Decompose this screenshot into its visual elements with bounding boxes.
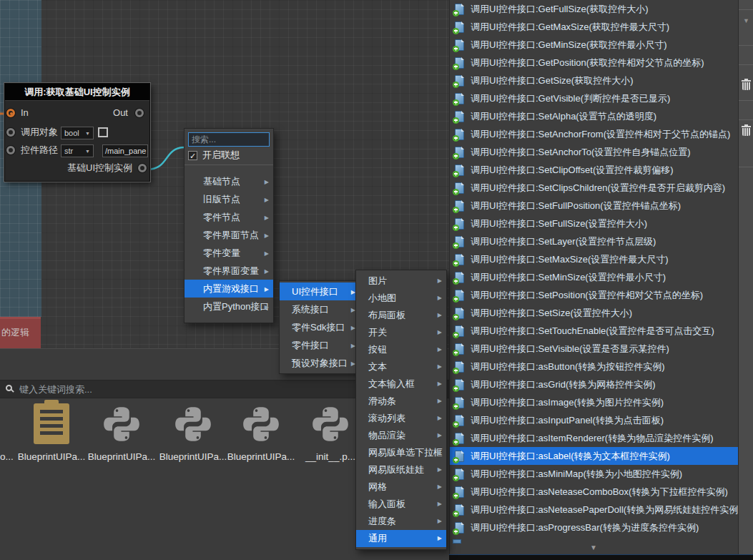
api-list-item[interactable]: 调用UI控件接口:asLabel(转换为文本框控件实例) xyxy=(450,447,738,465)
chevron-down-icon: ▼ xyxy=(85,149,90,154)
api-list-item[interactable]: 调用UI控件接口:asGrid(转换为网格控件实例) xyxy=(450,375,738,393)
menu-item[interactable]: 按钮 ▶ xyxy=(356,341,446,358)
python-file-icon[interactable] xyxy=(174,405,212,443)
api-list-item[interactable]: 调用UI控件接口:asNeteasePaperDoll(转换为网易纸娃娃控件实例… xyxy=(450,501,738,519)
menu-item[interactable]: 小地图 ▶ xyxy=(356,290,446,307)
menu-item[interactable]: 内置游戏接口 ▶ xyxy=(184,280,273,298)
api-list-item[interactable]: 调用UI控件接口:asImage(转换为图片控件实例) xyxy=(450,393,738,411)
menu-item[interactable]: 网格 ▶ xyxy=(356,478,446,496)
menu-item[interactable]: 零件Sdk接口 ▶ xyxy=(280,318,360,336)
api-list-item-label: 调用UI控件接口:asMiniMap(转换为小地图控件实例) xyxy=(471,468,682,481)
api-list-item[interactable]: 调用UI控件接口:GetSize(获取控件大小) xyxy=(450,72,738,89)
api-list-item[interactable]: 调用UI控件接口:GetFullSize(获取控件大小) xyxy=(450,0,738,18)
api-list-item[interactable]: 调用UI控件接口:SetMaxSize(设置控件最大尺寸) xyxy=(450,250,738,268)
file-item-label[interactable]: BlueprintUIPa... xyxy=(159,451,227,464)
widget-path-input[interactable]: /main_pane xyxy=(102,144,148,157)
api-list-item[interactable]: 调用UI控件接口:SetClipsChildren(设置控件是否开启裁剪内容) xyxy=(450,179,738,197)
file-item-label[interactable]: BlueprintUIPa... xyxy=(87,451,156,464)
file-item-label[interactable]: __init__.p... xyxy=(296,451,365,464)
document-add-icon xyxy=(455,147,464,158)
api-list-item[interactable]: 调用UI控件接口:GetVisible(判断控件是否已显示) xyxy=(450,89,738,107)
comment-node[interactable]: 的逻辑 xyxy=(0,317,41,348)
api-list-item[interactable]: 调用UI控件接口:asItemRenderer(转换为物品渲染控件实例) xyxy=(450,429,738,447)
node-get-base-ui-instance[interactable]: 调用:获取基础UI控制实例 In Out 调用对象 bool ▼ 控件路径 st… xyxy=(4,83,150,182)
menu-item[interactable]: 进度条 ▶ xyxy=(356,513,446,530)
api-list-item-label: 调用UI控件接口:SetTouchEnable(设置控件是否可点击交互) xyxy=(471,325,714,338)
api-list-item[interactable]: 调用UI控件接口:SetAnchorFrom(设置控件相对于父节点的锚点) xyxy=(450,125,738,143)
menu-item[interactable]: 滑动条 ▶ xyxy=(356,393,446,410)
api-list-item[interactable]: 调用UI控件接口:GetMinSize(获取控件最小尺寸) xyxy=(450,36,738,54)
menu-item[interactable]: 基础节点 ▶ xyxy=(184,172,273,190)
type-dropdown-str[interactable]: str ▼ xyxy=(61,144,94,157)
api-list-item[interactable]: 调用UI控件接口:SetFullSize(设置控件大小) xyxy=(450,215,738,232)
plus-badge-icon xyxy=(453,296,459,303)
file-item-label[interactable]: BlueprintUIPa... xyxy=(227,451,295,464)
menu-item[interactable]: 网易版纸娃娃 ▶ xyxy=(356,461,446,478)
api-list-item[interactable]: 调用UI控件接口:SetVisible(设置是否显示某控件) xyxy=(450,340,738,358)
port-in[interactable] xyxy=(6,109,15,117)
suggest-toggle-row[interactable]: ✓ 开启联想 xyxy=(184,147,273,164)
menu-item[interactable]: 旧版节点 ▶ xyxy=(184,190,273,208)
port-widget-path[interactable] xyxy=(6,146,15,154)
api-list-item[interactable]: 调用UI控件接口:SetClipOffset(设置控件裁剪偏移) xyxy=(450,161,738,179)
api-list-item-label: 调用UI控件接口:SetFullPosition(设置控件锚点坐标) xyxy=(471,200,681,212)
menu-item[interactable]: 输入面板 ▶ xyxy=(356,496,446,513)
bool-value-checkbox[interactable] xyxy=(98,127,108,137)
document-add-icon xyxy=(455,182,464,194)
api-list-item[interactable]: 调用UI控件接口:SetFullPosition(设置控件锚点坐标) xyxy=(450,197,738,215)
chevron-down-icon[interactable]: ▼ xyxy=(739,17,753,24)
scroll-down-icon[interactable]: ▼ xyxy=(449,544,738,551)
port-output-instance[interactable] xyxy=(138,164,147,172)
menu-item[interactable]: 预设对象接口 ▶ xyxy=(280,354,360,372)
api-list-item[interactable]: 调用UI控件接口:SetLayer(设置控件节点层级) xyxy=(450,232,738,250)
api-list-item[interactable]: 调用UI控件接口:asMiniMap(转换为小地图控件实例) xyxy=(450,465,738,483)
trash-icon[interactable] xyxy=(742,124,751,136)
port-call-target[interactable] xyxy=(6,128,15,137)
menu-item[interactable]: UI控件接口 ▶ xyxy=(280,283,360,300)
menu-item[interactable]: 图片 ▶ xyxy=(356,272,446,290)
file-item-label[interactable]: o... xyxy=(0,451,14,464)
api-list-item[interactable]: 调用UI控件接口:SetAnchorTo(设置控件自身锚点位置) xyxy=(450,143,738,161)
api-list-item[interactable]: 调用UI控件接口:asProgressBar(转换为进度条控件实例) xyxy=(450,519,738,536)
file-item-label[interactable]: BlueprintUIPa... xyxy=(17,451,86,464)
api-list-item[interactable]: 调用UI控件接口:GetPosition(获取控件相对父节点的坐标) xyxy=(450,54,738,72)
menu-item[interactable]: 通用 ▶ xyxy=(356,530,446,547)
python-file-icon[interactable] xyxy=(311,405,350,443)
menu-item[interactable]: 内置Python接口 ▶ xyxy=(184,298,273,315)
menu-item[interactable]: 滚动列表 ▶ xyxy=(356,410,446,427)
menu-search-input[interactable] xyxy=(188,132,270,147)
api-list-item[interactable]: 调用UI控件接口:SetAlpha(设置节点的透明度) xyxy=(450,107,738,125)
menu-item[interactable]: 网易版单选下拉框 ▶ xyxy=(356,444,446,461)
menu-item[interactable]: 零件界面节点 ▶ xyxy=(184,226,273,244)
api-list-item[interactable]: 调用UI控件接口:SetSize(设置控件大小) xyxy=(450,304,738,322)
checkbox-checked-icon[interactable]: ✓ xyxy=(188,151,197,160)
api-list-item[interactable]: 调用UI控件接口:SetPosition(设置控件相对父节点的坐标) xyxy=(450,286,738,304)
clipboard-file-icon[interactable] xyxy=(34,403,69,444)
menu-item[interactable]: 零件界面变量 ▶ xyxy=(184,262,273,280)
api-list-item[interactable]: 调用UI控件接口:GetMaxSize(获取控件最大尺寸) xyxy=(450,18,738,36)
menu-item[interactable]: 开关 ▶ xyxy=(356,324,446,341)
menu-item[interactable]: 布局面板 ▶ xyxy=(356,307,446,324)
menu-item[interactable]: 零件变量 ▶ xyxy=(184,244,273,262)
menu-item[interactable]: 文本 ▶ xyxy=(356,358,446,375)
api-list-item[interactable]: 调用UI控件接口:asInputPanel(转换为点击面板) xyxy=(450,411,738,429)
api-list-item[interactable]: 调用UI控件接口:asNeteaseComboBox(转换为下拉框控件实例) xyxy=(450,483,738,501)
trash-icon[interactable] xyxy=(742,79,751,90)
menu-item[interactable]: 零件节点 ▶ xyxy=(184,208,273,226)
menu-item-label: 内置游戏接口 xyxy=(203,283,259,294)
menu-item-label: 进度条 xyxy=(368,516,396,526)
type-dropdown-bool[interactable]: bool ▼ xyxy=(61,127,94,139)
menu-item[interactable]: 物品渲染 ▶ xyxy=(356,427,446,444)
api-list-item-label: 调用UI控件接口:asItemRenderer(转换为物品渲染控件实例) xyxy=(471,432,713,445)
python-file-icon[interactable] xyxy=(242,405,280,443)
python-file-icon[interactable] xyxy=(102,405,141,443)
plus-badge-icon xyxy=(453,260,459,267)
menu-item[interactable]: 系统接口 ▶ xyxy=(280,300,360,318)
menu-item[interactable]: 文本输入框 ▶ xyxy=(356,375,446,393)
api-list-item[interactable]: 调用UI控件接口:SetMinSize(设置控件最小尺寸) xyxy=(450,268,738,286)
api-list-item[interactable]: 调用UI控件接口:asButton(转换为按钮控件实例) xyxy=(450,358,738,375)
menu-item[interactable]: 零件接口 ▶ xyxy=(280,336,360,354)
port-out[interactable] xyxy=(135,109,144,117)
api-list-item[interactable]: 调用UI控件接口:SetTouchEnable(设置控件是否可点击交互) xyxy=(450,322,738,340)
menu-item-label: 网易版纸娃娃 xyxy=(368,464,424,475)
